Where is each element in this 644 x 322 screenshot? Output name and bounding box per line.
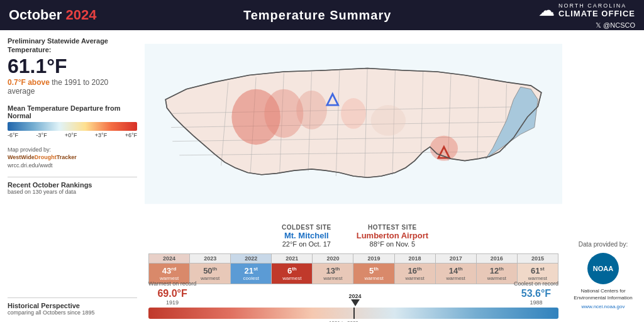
right-panel: Data provided by: NOAA National Centers … — [562, 30, 644, 322]
rank-num-2020: 13th — [314, 266, 352, 275]
hottest-site-name: Lumberton Airport — [357, 231, 428, 240]
avg-temp-anomaly: 0.7°F above the 1991 to 2020 average — [8, 78, 137, 96]
coldest-site-label: COLDEST SITE — [282, 224, 331, 231]
hist-avg-marker — [353, 308, 355, 319]
rank-year-2022: 2022 — [231, 254, 272, 263]
sites-row: COLDEST SITE Mt. Mitchell 22°F on Oct. 1… — [154, 224, 556, 248]
historical-title: Historical Perspective — [8, 302, 137, 309]
cloud-icon: ☁ — [538, 1, 555, 20]
avg-temp-section: Preliminary Statewide Average Temperatur… — [8, 36, 137, 96]
map-credit-link[interactable]: WestWideDroughtTracker — [8, 153, 137, 162]
center-panel: COLDEST SITE Mt. Mitchell 22°F on Oct. 1… — [145, 30, 562, 322]
rankings-title: Recent October Rankings — [8, 181, 137, 189]
hist-gradient-bar: 1991 to 2020 average — [148, 308, 558, 319]
anomaly-value: 0.7°F above — [8, 78, 50, 87]
data-provided-label: Data provided by: — [579, 241, 628, 248]
legend-labels: -6°F -3°F +0°F +3°F +6°F — [8, 132, 137, 138]
ncei-org-name: National Centers for Environmental Infor… — [567, 288, 639, 301]
noaa-logo: NOAA — [587, 253, 619, 284]
rank-year-2018: 2018 — [395, 254, 436, 263]
header-title: Temperature Summary — [96, 8, 538, 23]
historical-bar-section: Warmest on record 69.0°F 1919 2024 Coole… — [148, 280, 558, 319]
legend-label-0: -6°F — [8, 132, 18, 138]
coldest-site-detail: 22°F on Oct. 17 — [282, 240, 331, 248]
hist-marker-label: 2024 — [349, 293, 362, 299]
rank-year-2017: 2017 — [436, 254, 477, 263]
hist-marker-arrow-icon — [351, 299, 360, 306]
avg-temp-label: Preliminary Statewide Average Temperatur… — [8, 36, 137, 55]
map-credit: Map provided by: WestWideDroughtTracker … — [8, 146, 137, 170]
left-panel: Preliminary Statewide Average Temperatur… — [0, 30, 145, 322]
coldest-site-name: Mt. Mitchell — [282, 231, 331, 240]
legend-title: Mean Temperature Departure from Normal — [8, 104, 137, 119]
org-line1: NORTH CAROLINA — [558, 3, 635, 9]
rank-num-2024: 43rd — [150, 266, 188, 275]
rank-year-2021: 2021 — [272, 254, 313, 263]
rank-num-2021: 6th — [273, 266, 311, 275]
legend-label-3: +3°F — [95, 132, 107, 138]
noaa-url: www.ncei.noaa.gov — [582, 304, 625, 309]
rankings-years-row: 2024 2023 2022 2021 2020 2019 2018 2017 … — [148, 253, 558, 263]
rank-year-2019: 2019 — [353, 254, 394, 263]
avg-temp-value: 61.1°F — [8, 55, 137, 78]
rank-num-2018: 16th — [396, 266, 434, 275]
hist-cool-value: 53.6°F — [514, 287, 558, 299]
hottest-site-detail: 88°F on Nov. 5 — [357, 240, 428, 248]
header: October October 20242024 Temperature Sum… — [0, 0, 644, 30]
historical-section-left: Historical Perspective comparing all Oct… — [8, 297, 137, 316]
map-credit-url: wrcc.dri.edu/wwdt — [8, 162, 137, 170]
rank-year-2023: 2023 — [190, 254, 231, 263]
hist-cool-label: Coolest on record 53.6°F 1988 — [514, 280, 558, 306]
noaa-abbreviation: NOAA — [593, 265, 613, 272]
svg-point-20 — [371, 105, 406, 136]
rank-year-2020: 2020 — [313, 254, 353, 263]
hottest-site-label: HOTTEST SITE — [357, 224, 428, 231]
legend-section: Mean Temperature Departure from Normal -… — [8, 104, 137, 138]
legend-label-2: +0°F — [65, 132, 77, 138]
svg-point-19 — [341, 98, 366, 129]
rank-year-2016: 2016 — [477, 254, 518, 263]
rankings-bar-section: 2024 2023 2022 2021 2020 2019 2018 2017 … — [148, 253, 558, 284]
map-credit-line1: Map provided by: — [8, 146, 137, 154]
hist-warm-label: Warmest on record 69.0°F 1919 — [148, 280, 196, 306]
header-month-year: October October 20242024 — [9, 7, 96, 23]
rank-num-2022: 21st — [232, 266, 270, 275]
rankings-subtitle: based on 130 years of data — [8, 189, 137, 195]
hist-marker-area: 2024 — [349, 293, 362, 306]
rank-year-2015: 2015 — [518, 254, 558, 263]
header-logo-area: ☁ NORTH CAROLINA CLIMATE OFFICE 𝕏 @NCSCO — [538, 1, 635, 30]
historical-subtitle: comparing all Octobers since 1895 — [8, 309, 137, 316]
nc-map-container — [145, 33, 562, 215]
legend-label-4: +6°F — [125, 132, 137, 138]
rank-year-2024: 2024 — [149, 254, 190, 263]
main-content: Preliminary Statewide Average Temperatur… — [0, 30, 644, 322]
nc-map-svg — [145, 33, 562, 215]
legend-color-bar — [8, 122, 137, 131]
org-line2: CLIMATE OFFICE — [558, 9, 635, 18]
hist-top-labels: Warmest on record 69.0°F 1919 2024 Coole… — [148, 280, 558, 306]
rank-num-2016: 12th — [478, 266, 516, 275]
rank-num-2017: 14th — [437, 266, 475, 275]
rankings-section-left: Recent October Rankings based on 130 yea… — [8, 177, 137, 197]
hist-warm-value: 69.0°F — [148, 287, 196, 299]
rank-num-2019: 5th — [355, 266, 392, 275]
rank-num-2023: 50th — [191, 266, 229, 275]
coldest-site: COLDEST SITE Mt. Mitchell 22°F on Oct. 1… — [282, 224, 331, 248]
legend-label-1: -3°F — [36, 132, 47, 138]
svg-point-18 — [296, 91, 327, 130]
hottest-site: HOTTEST SITE Lumberton Airport 88°F on N… — [357, 224, 428, 248]
rank-num-2015: 61st — [519, 266, 557, 275]
social-handle: 𝕏 @NCSCO — [596, 21, 635, 30]
